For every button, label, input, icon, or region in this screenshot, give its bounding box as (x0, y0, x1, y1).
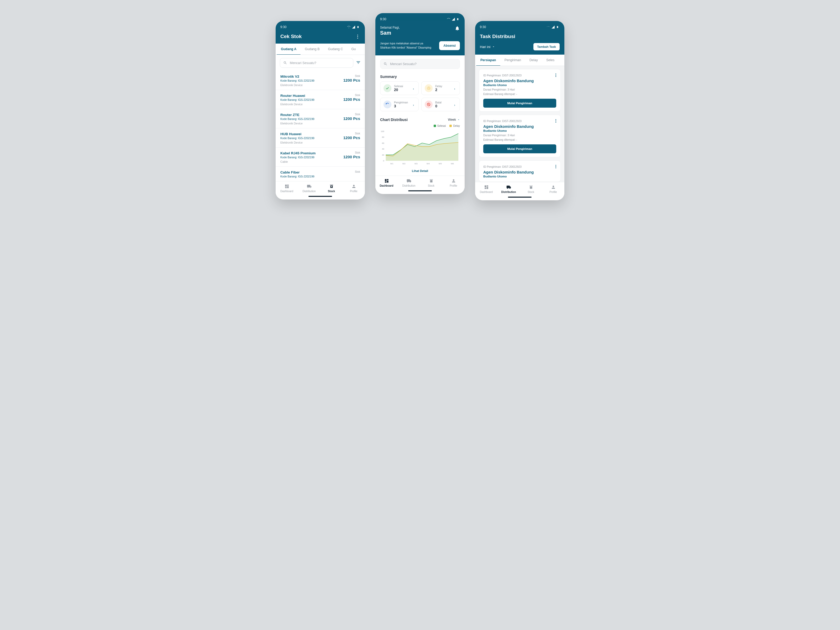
stock-item[interactable]: Kabel RJ45 Premium Kode Barang: IGS-2202… (276, 147, 365, 167)
stock-item[interactable]: Cable Fiber Kode Barang: IGS-2202199 Sto… (276, 167, 365, 181)
more-menu[interactable] (355, 34, 360, 39)
archive-icon (529, 185, 534, 189)
chart-legend: Selesai Delay (375, 123, 465, 128)
task-title: Agen Diskominfo Bandung (483, 79, 556, 83)
task-card[interactable]: ID Pengiriman: DIST-20012923 Agen Diskom… (479, 115, 561, 157)
nav-profile[interactable]: Profile (442, 178, 465, 187)
task-tabs: Persiapan Pengiriman Delay Seles (475, 55, 564, 66)
chart-body: 020406080100W1W2W3W4W5W6 (375, 128, 465, 167)
nav-distribution[interactable]: Distribution (398, 178, 420, 187)
tab-gudang-b[interactable]: Gudang B (300, 44, 324, 55)
svg-text:60: 60 (382, 142, 384, 144)
status-time: 9:30 (380, 17, 386, 21)
chevron-right-icon (453, 103, 456, 106)
nav-profile[interactable]: Profile (542, 185, 564, 193)
tab-gudang-more[interactable]: Gu (347, 44, 360, 55)
status-time: 9:30 (280, 25, 286, 29)
svg-rect-16 (557, 26, 558, 28)
dashboard-icon (384, 178, 389, 183)
stock-item[interactable]: Router ZTE Kode Barang: IGS-2202199 Elek… (276, 109, 365, 128)
phone-stock: 9:30 Cek Stok Gudang A Gudang B Gudang C… (276, 21, 365, 199)
svg-text:0: 0 (383, 159, 384, 162)
search-input[interactable]: Mencari Sesuatu? (280, 58, 353, 68)
wifi-icon (546, 25, 550, 29)
search-placeholder: Mencari Sesuatu? (390, 62, 417, 66)
home-indicator (408, 190, 432, 191)
task-more-menu[interactable] (556, 118, 556, 123)
start-shipment-button[interactable]: Mulai Pengiriman (483, 99, 556, 107)
status-time: 9:30 (480, 25, 486, 29)
svg-text:100: 100 (381, 130, 385, 133)
nav-distribution[interactable]: Distribution (298, 184, 320, 193)
stock-name: Mikrotik V2 (280, 74, 314, 79)
nav-stock[interactable]: Stock (320, 184, 343, 193)
tab-selesai[interactable]: Seles (542, 55, 559, 66)
filter-icon (356, 60, 361, 65)
start-shipment-button[interactable]: Mulai Pengiriman (483, 144, 556, 153)
search-row: Mencari Sesuatu? (375, 55, 465, 70)
add-task-button[interactable]: Tambah Task (534, 43, 560, 51)
absensi-button[interactable]: Absensi (439, 41, 460, 50)
nav-dashboard[interactable]: Dashboard (475, 185, 497, 193)
chart-detail-link[interactable]: Lihat Detail (375, 167, 465, 175)
stock-item[interactable]: Router Huawei Kode Barang: IGS-2202199 E… (276, 90, 365, 109)
task-list[interactable]: ID Pengiriman: DIST-20012923 Agen Diskom… (475, 66, 564, 182)
battery-icon (357, 25, 360, 29)
tab-persiapan[interactable]: Persiapan (476, 55, 501, 66)
task-card[interactable]: ID Pengiriman: DIST-20012923 Agen Diskom… (479, 160, 561, 182)
battery-icon (456, 17, 460, 21)
stock-item[interactable]: Mikrotik V2 Kode Barang: IGS-2202199 Ele… (276, 71, 365, 90)
task-more-menu[interactable] (556, 164, 556, 169)
tab-pengiriman[interactable]: Pengiriman (501, 55, 525, 66)
nav-stock[interactable]: Stock (520, 185, 542, 193)
bottom-nav: Dashboard Distribution Stock Profile (375, 175, 465, 189)
tab-gudang-a[interactable]: Gudang A (277, 44, 300, 55)
task-card[interactable]: ID Pengiriman: DIST-20012923 Agen Diskom… (479, 69, 561, 112)
nav-stock[interactable]: Stock (420, 178, 442, 187)
summary-grid: Selesai 20 Delay 2 Pengiriman 3 Batal (375, 81, 465, 113)
chevron-down-icon (457, 118, 460, 121)
truck-icon (407, 178, 411, 183)
stock-list[interactable]: Mikrotik V2 Kode Barang: IGS-2202199 Ele… (276, 71, 365, 181)
dashboard-icon (484, 185, 489, 189)
svg-text:W3: W3 (414, 163, 418, 165)
nav-dashboard[interactable]: Dashboard (375, 178, 398, 187)
search-input[interactable]: Mencari Sesuatu? (380, 59, 460, 69)
signal-icon (452, 17, 455, 21)
stock-item[interactable]: HUB Huawei Kode Barang: IGS-2202199 Elek… (276, 128, 365, 147)
stock-qty: 1200 Pcs (343, 78, 360, 82)
task-estimate: Estimasi Barang ditempat: - (483, 92, 556, 96)
nav-profile[interactable]: Profile (343, 184, 365, 193)
cancel-icon (425, 101, 433, 108)
task-id: ID Pengiriman: DIST-20012923 (483, 74, 522, 77)
search-row: Mencari Sesuatu? (276, 55, 365, 71)
greeting-name: Sam (380, 30, 400, 36)
legend-swatch-delay (449, 125, 452, 127)
header-dashboard: 9:30 Selamat Pagi, Sam Jangan lupa melak… (375, 13, 465, 55)
summary-delay[interactable]: Delay 2 (421, 81, 460, 95)
summary-pengiriman[interactable]: Pengiriman 3 (380, 98, 419, 111)
person-icon (352, 184, 356, 189)
task-more-menu[interactable] (556, 73, 556, 77)
status-bar: 9:30 (380, 17, 460, 21)
distribution-chart: 020406080100W1W2W3W4W5W6 (378, 129, 461, 166)
summary-selesai[interactable]: Selesai 20 (380, 81, 419, 95)
tab-gudang-c[interactable]: Gudang C (324, 44, 347, 55)
nav-dashboard[interactable]: Dashboard (276, 184, 298, 193)
filter-button[interactable] (356, 60, 361, 66)
notification-button[interactable] (455, 26, 460, 32)
tab-delay[interactable]: Delay (525, 55, 542, 66)
search-placeholder: Mencari Sesuatu? (290, 61, 316, 65)
svg-text:80: 80 (382, 136, 384, 138)
header-tasks: 9:30 Task Distribusi Hari ini Tambah Tas… (475, 21, 564, 55)
phone-tasks: 9:30 Task Distribusi Hari ini Tambah Tas… (475, 21, 564, 200)
period-dropdown[interactable]: Week (448, 118, 460, 122)
period-dropdown[interactable]: Hari ini (480, 45, 495, 49)
summary-title: Summary (375, 70, 465, 81)
person-icon (451, 178, 456, 183)
summary-batal[interactable]: Batal 0 (421, 98, 460, 111)
svg-rect-1 (457, 18, 459, 20)
svg-text:40: 40 (382, 148, 384, 150)
nav-distribution[interactable]: Distribution (497, 185, 520, 193)
svg-text:W5: W5 (439, 163, 442, 165)
